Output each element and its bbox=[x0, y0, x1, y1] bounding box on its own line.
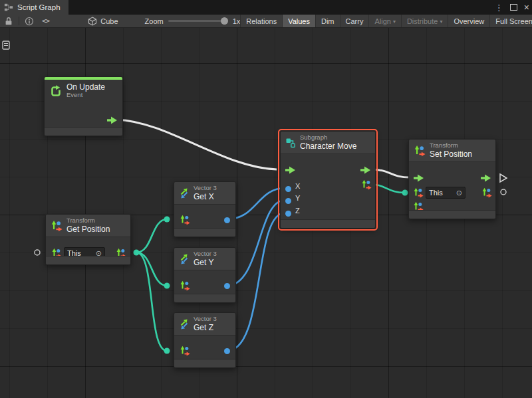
tab-script-graph[interactable]: Script Graph bbox=[0, 0, 68, 15]
toolbar-separator bbox=[19, 17, 19, 25]
window-controls: ⋮ × bbox=[495, 0, 529, 15]
float-input-port[interactable] bbox=[285, 198, 291, 204]
port-label-z: Z bbox=[295, 207, 300, 215]
vector-input-port-icon[interactable] bbox=[180, 215, 190, 225]
wire-getposition-getz[interactable] bbox=[136, 252, 167, 351]
node-set-position[interactable]: Transform Set Position This ⊙ bbox=[408, 139, 496, 219]
vector-input-port[interactable] bbox=[164, 283, 170, 289]
node-type: Transform bbox=[430, 142, 472, 149]
node-title: Get Z bbox=[194, 323, 217, 332]
unconnected-port[interactable] bbox=[501, 189, 506, 195]
overview-button[interactable]: Overview bbox=[448, 15, 489, 27]
toolbar-buttons: Relations Values Dim Carry Align▾ Distri… bbox=[240, 15, 532, 27]
subgraph-icon bbox=[285, 138, 296, 148]
control-output-port[interactable] bbox=[360, 166, 371, 174]
on-update-loop-icon bbox=[49, 84, 63, 98]
control-input-port[interactable] bbox=[285, 166, 296, 174]
values-button[interactable]: Values bbox=[282, 15, 315, 27]
lock-icon[interactable] bbox=[0, 15, 17, 27]
vector-input-port[interactable] bbox=[164, 217, 170, 223]
control-output-port[interactable] bbox=[106, 116, 118, 124]
node-type: Vector 3 bbox=[194, 250, 217, 258]
script-graph-icon bbox=[4, 3, 13, 12]
node-footer bbox=[46, 256, 130, 264]
wire-control-onupdate-charactermove[interactable] bbox=[117, 120, 277, 169]
zoom-control: Zoom 1x bbox=[145, 17, 241, 25]
vector-output-port-icon[interactable] bbox=[361, 179, 372, 190]
target-field[interactable]: This ⊙ bbox=[426, 187, 466, 199]
node-get-z[interactable]: Vector 3 Get Z bbox=[174, 312, 236, 368]
node-type: Vector 3 bbox=[194, 316, 217, 323]
align-button[interactable]: Align▾ bbox=[368, 15, 400, 27]
relations-button[interactable]: Relations bbox=[240, 15, 282, 27]
vector-input-port[interactable] bbox=[402, 190, 408, 196]
vector-input-port[interactable] bbox=[164, 348, 170, 354]
node-title: On Update bbox=[66, 82, 105, 92]
node-character-move[interactable]: Subgraph Character Move X Y Z bbox=[280, 131, 376, 229]
full-screen-button[interactable]: Full Screen bbox=[489, 15, 532, 27]
chevron-down-icon: ▾ bbox=[393, 19, 396, 25]
target-field-value: This bbox=[429, 189, 443, 197]
tab-title: Script Graph bbox=[17, 3, 61, 11]
wire-getposition-getx[interactable] bbox=[136, 219, 167, 252]
control-output-port[interactable] bbox=[480, 174, 491, 182]
code-icon[interactable]: <> bbox=[38, 15, 53, 27]
transform-icon bbox=[51, 220, 63, 232]
node-get-position[interactable]: Transform Get Position This ⊙ bbox=[45, 214, 131, 265]
node-on-update[interactable]: On Update Event bbox=[44, 76, 123, 136]
carry-button[interactable]: Carry bbox=[340, 15, 369, 27]
distribute-button[interactable]: Distribute▾ bbox=[401, 15, 448, 27]
zoom-slider-handle[interactable] bbox=[221, 17, 228, 25]
target-object-label: Cube bbox=[100, 17, 118, 25]
vector-input-port-icon[interactable] bbox=[180, 346, 190, 356]
transform-icon bbox=[414, 145, 426, 157]
zoom-value: 1x bbox=[233, 17, 241, 25]
node-type: Subgraph bbox=[300, 134, 356, 142]
node-title: Get Y bbox=[194, 258, 217, 267]
control-input-port[interactable] bbox=[413, 174, 424, 182]
node-footer bbox=[281, 219, 375, 228]
graph-toolbar: <> Cube Zoom 1x Relations Values Dim Car… bbox=[0, 15, 532, 28]
graph-canvas[interactable]: On Update Event Transform Get Position T… bbox=[0, 28, 532, 398]
unconnected-port[interactable] bbox=[35, 250, 40, 255]
node-footer bbox=[174, 294, 235, 302]
node-title: Set Position bbox=[430, 149, 472, 159]
port-label-y: Y bbox=[295, 194, 300, 202]
dim-button[interactable]: Dim bbox=[315, 15, 340, 27]
node-title: Get Position bbox=[66, 225, 110, 234]
zoom-slider[interactable] bbox=[168, 20, 228, 22]
node-type: Transform bbox=[66, 217, 110, 225]
float-input-port[interactable] bbox=[285, 211, 291, 217]
target-object[interactable]: Cube bbox=[88, 17, 118, 26]
float-output-port[interactable] bbox=[224, 283, 230, 289]
node-footer bbox=[409, 210, 495, 219]
port-label-x: X bbox=[295, 182, 300, 190]
close-icon[interactable]: × bbox=[524, 3, 529, 12]
node-get-x[interactable]: Vector 3 Get X bbox=[174, 181, 236, 237]
vector-output-port-icon[interactable] bbox=[481, 187, 492, 198]
node-get-y[interactable]: Vector 3 Get Y bbox=[174, 247, 236, 303]
maximize-icon[interactable] bbox=[510, 4, 517, 11]
transform-input-port-icon[interactable] bbox=[413, 187, 424, 198]
node-subtitle: Event bbox=[66, 92, 105, 99]
vector-input-port-icon[interactable] bbox=[180, 280, 190, 291]
vector3-icon bbox=[179, 188, 190, 199]
wire-getposition-gety[interactable] bbox=[136, 252, 167, 286]
chevron-down-icon: ▾ bbox=[440, 19, 442, 25]
float-output-port[interactable] bbox=[224, 348, 230, 354]
vector3-icon bbox=[179, 254, 190, 264]
kebab-menu-icon[interactable]: ⋮ bbox=[495, 3, 503, 12]
node-footer bbox=[174, 228, 235, 237]
node-title: Character Move bbox=[300, 142, 356, 151]
wire-control-charactermove-setposition[interactable] bbox=[371, 169, 410, 177]
object-picker-icon[interactable]: ⊙ bbox=[456, 189, 462, 197]
cube-icon bbox=[88, 17, 97, 26]
vector-output-port[interactable] bbox=[134, 250, 140, 256]
node-footer bbox=[174, 359, 235, 367]
info-icon[interactable] bbox=[21, 15, 38, 27]
float-output-port[interactable] bbox=[224, 217, 230, 223]
continuation-triangle-port[interactable] bbox=[500, 174, 507, 182]
float-input-port[interactable] bbox=[285, 186, 291, 192]
graph-panel-icon[interactable] bbox=[2, 41, 10, 52]
zoom-label: Zoom bbox=[145, 17, 164, 25]
